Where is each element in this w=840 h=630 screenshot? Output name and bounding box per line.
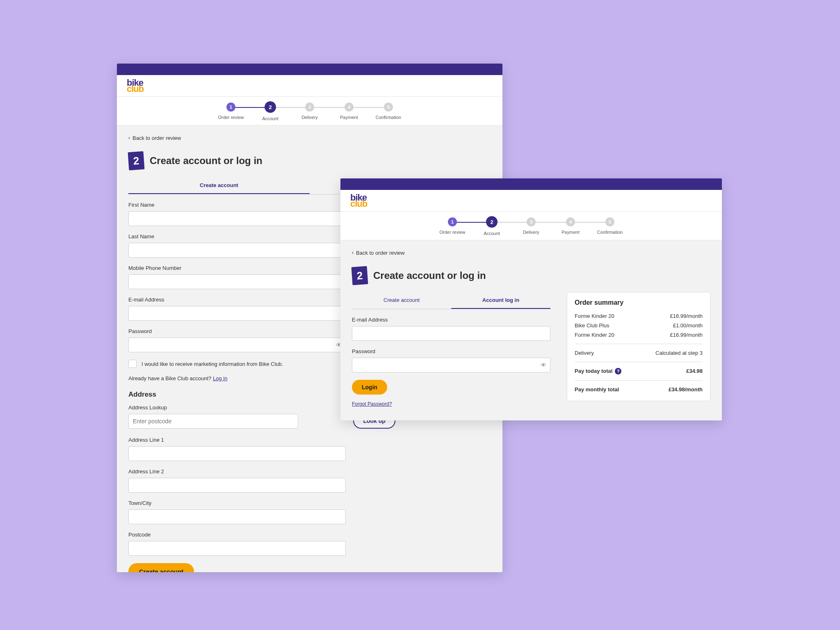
login-link[interactable]: Log in (213, 375, 227, 381)
address-line-1-label: Address Line 1 (128, 437, 346, 443)
step-account[interactable]: 2 Account (251, 103, 290, 121)
address-line-2-input[interactable] (128, 478, 346, 493)
tab-account-login[interactable]: Account log in (451, 292, 550, 309)
order-summary-card: Order summary Forme Kinder 20 £16.99/mon… (567, 292, 710, 401)
brand-logo: bike club (127, 79, 144, 92)
progress-stepper: 1 Order review 2 Account 3 Delivery 4 Pa… (117, 97, 502, 126)
first-name-input[interactable] (128, 211, 346, 226)
step-payment: 4 Payment (551, 217, 590, 235)
step-account[interactable]: 2 Account (472, 217, 511, 236)
tab-create-account[interactable]: Create account (128, 177, 310, 194)
town-city-label: Town/City (128, 500, 346, 506)
postcode-input[interactable] (128, 541, 346, 556)
logo-line2: club (350, 200, 367, 208)
order-summary-title: Order summary (575, 299, 703, 306)
header: bike club (117, 75, 502, 97)
address-line-2-label: Address Line 2 (128, 468, 346, 475)
password-input[interactable] (128, 338, 346, 352)
step-order-review[interactable]: 1 Order review (211, 103, 251, 120)
summary-line-item: Forme Kinder 20 £16.99/month (575, 330, 703, 340)
address-lookup-label: Address Lookup (128, 404, 346, 411)
step-order-review[interactable]: 1 Order review (433, 217, 472, 235)
last-name-label: Last Name (128, 233, 346, 240)
login-password-label: Password (352, 348, 550, 354)
page-title: Create account or log in (150, 155, 262, 167)
step-delivery: 3 Delivery (511, 217, 551, 235)
login-button[interactable]: Login (352, 380, 387, 395)
first-name-label: First Name (128, 202, 346, 208)
summary-line-item: Bike Club Plus £1.00/month (575, 321, 703, 330)
email-input[interactable] (128, 306, 346, 321)
postcode-label: Postcode (128, 532, 346, 538)
logo-line2: club (127, 85, 144, 93)
town-city-input[interactable] (128, 509, 346, 524)
summary-line-item: Forme Kinder 20 £16.99/month (575, 311, 703, 321)
last-name-input[interactable] (128, 243, 346, 258)
back-to-order-review-link[interactable]: ‹ Back to order review (128, 135, 181, 141)
step-number-badge: 2 (352, 266, 368, 285)
address-line-1-input[interactable] (128, 446, 346, 461)
brand-logo: bike club (350, 194, 367, 207)
step-confirmation: 5 Confirmation (369, 103, 408, 120)
create-account-button[interactable]: Create account (128, 563, 194, 572)
back-link-label: Back to order review (356, 250, 405, 256)
postcode-lookup-input[interactable] (128, 414, 298, 429)
summary-delivery: Delivery Calculated at step 3 (575, 348, 703, 358)
login-email-label: E-mail Address (352, 317, 550, 323)
page-title: Create account or log in (373, 270, 486, 281)
window-topbar (340, 178, 722, 190)
show-password-icon[interactable]: 👁 (541, 362, 546, 368)
login-email-input[interactable] (352, 326, 550, 341)
forgot-password-link[interactable]: Forgot Password? (352, 401, 392, 407)
marketing-checkbox[interactable] (128, 360, 137, 368)
chevron-left-icon: ‹ (352, 250, 354, 256)
step-delivery: 3 Delivery (290, 103, 329, 120)
login-window: bike club 1 Order review 2 Account 3 Del… (340, 178, 722, 420)
step-payment: 4 Payment (329, 103, 369, 120)
back-to-order-review-link[interactable]: ‹ Back to order review (352, 250, 405, 256)
email-label: E-mail Address (128, 297, 346, 303)
summary-pay-today: Pay today total? £34.98 (575, 366, 703, 376)
step-confirmation: 5 Confirmation (590, 217, 630, 235)
account-tabs: Create account Account log in (352, 292, 550, 309)
step-number-badge: 2 (128, 151, 145, 171)
mobile-label: Mobile Phone Number (128, 265, 346, 271)
password-label: Password (128, 328, 346, 334)
back-link-label: Back to order review (132, 135, 181, 141)
progress-stepper: 1 Order review 2 Account 3 Delivery 4 Pa… (340, 212, 722, 240)
tab-create-account[interactable]: Create account (352, 292, 451, 309)
help-icon[interactable]: ? (615, 368, 621, 374)
chevron-left-icon: ‹ (128, 135, 130, 141)
marketing-label: I would like to receive marketing inform… (142, 361, 283, 367)
login-password-input[interactable] (352, 358, 550, 372)
header: bike club (340, 190, 722, 212)
window-topbar (117, 64, 502, 75)
mobile-input[interactable] (128, 274, 346, 289)
summary-pay-monthly: Pay monthly total £34.98/month (575, 385, 703, 394)
